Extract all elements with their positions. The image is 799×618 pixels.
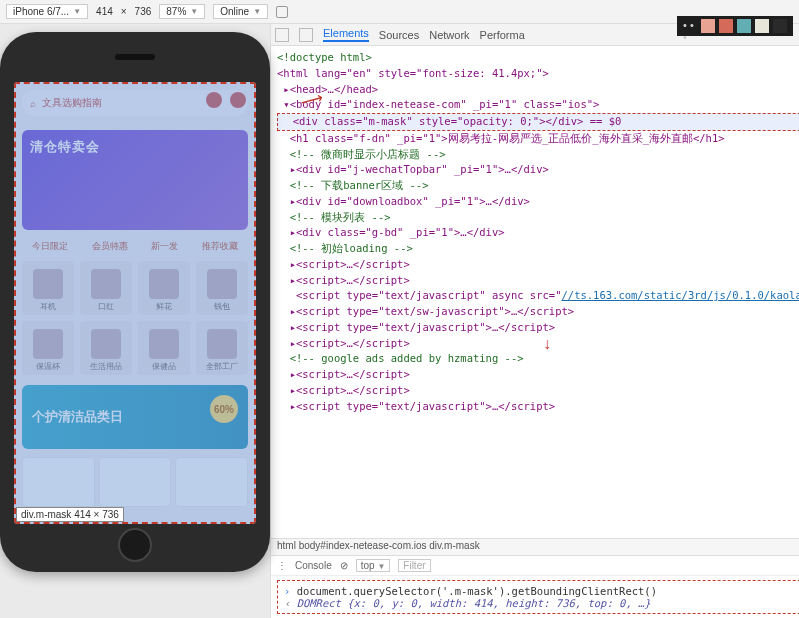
dom-line[interactable]: <!doctype html>	[277, 50, 799, 66]
category-nav: 今日限定 会员特惠 新一发 推荐收藏	[20, 240, 250, 253]
nav-item[interactable]: 新一发	[151, 240, 178, 253]
dom-line[interactable]: ▸<script>…</script>	[277, 273, 799, 289]
color-swatch-bar: • • •	[677, 16, 793, 36]
chevron-down-icon: ▼	[190, 7, 198, 16]
viewport-width[interactable]: 414	[96, 6, 113, 17]
product-tile[interactable]: 鲜花	[138, 261, 190, 315]
zoom-select[interactable]: 87%▼	[159, 4, 205, 19]
network-state-select[interactable]: Online▼	[213, 4, 268, 19]
promo-banner[interactable]: 个护清洁品类日 60%	[22, 385, 248, 449]
cart-icon[interactable]	[230, 92, 246, 108]
dom-line[interactable]: ▾<body id="index-netease-com" _pi="1" cl…	[277, 97, 799, 113]
user-icon[interactable]	[206, 92, 222, 108]
card-row	[22, 457, 248, 507]
swatch-4[interactable]	[755, 19, 769, 33]
chevron-down-icon: ▼	[253, 7, 261, 16]
console-body[interactable]: › document.querySelector('.m-mask').getB…	[277, 580, 799, 614]
main-banner[interactable]: 清仓特卖会	[22, 130, 248, 230]
dom-line[interactable]: <script type="text/javascript" async src…	[277, 288, 799, 304]
nav-item[interactable]: 会员特惠	[92, 240, 128, 253]
dom-line-selected[interactable]: <div class="m-mask" style="opacity: 0;">…	[277, 113, 799, 131]
phone-frame: ⌕ 文具选购指南 清仓特卖会 今日限定 会员特惠 新一发 推荐收藏 耳机	[0, 32, 270, 572]
rotate-icon[interactable]	[276, 6, 288, 18]
chevron-down-icon: ▼	[73, 7, 81, 16]
viewport-height[interactable]: 736	[135, 6, 152, 17]
search-placeholder: 文具选购指南	[42, 96, 102, 110]
tab-elements[interactable]: Elements	[323, 27, 369, 42]
dom-line[interactable]: ▸<div class="g-bd" _pi="1">…</div>	[277, 225, 799, 241]
tab-sources[interactable]: Sources	[379, 29, 419, 41]
dom-breadcrumb[interactable]: html body#index-netease-com.ios div.m-ma…	[271, 538, 799, 556]
product-grid: 耳机 口红 鲜花 钱包 保温杯 生活用品 保健品 全部工厂	[22, 261, 248, 375]
dom-line[interactable]: ▸<script>…</script>	[277, 257, 799, 273]
home-button[interactable]	[118, 528, 152, 562]
card[interactable]	[22, 457, 95, 507]
dom-line[interactable]: ▸<script>…</script>	[277, 336, 799, 352]
product-tile[interactable]: 耳机	[22, 261, 74, 315]
inspect-icon[interactable]	[275, 28, 289, 42]
console-menu-icon[interactable]: ⋮	[277, 560, 287, 571]
dom-line[interactable]: ▸<script>…</script>	[277, 383, 799, 399]
nav-item[interactable]: 推荐收藏	[202, 240, 238, 253]
product-tile[interactable]: 全部工厂	[196, 321, 248, 375]
banner-title: 清仓特卖会	[30, 139, 100, 154]
inspect-tooltip: div.m-mask 414 × 736	[16, 507, 124, 522]
dom-tree[interactable]: <!doctype html> <html lang="en" style="f…	[271, 46, 799, 538]
device-preview-pane: ⌕ 文具选购指南 清仓特卖会 今日限定 会员特惠 新一发 推荐收藏 耳机	[0, 24, 270, 618]
dom-line[interactable]: <h1 class="f-dn" _pi="1">网易考拉-网易严选_正品低价_…	[277, 131, 799, 147]
promo-badge: 60%	[210, 395, 238, 423]
console-input-line[interactable]: › document.querySelector('.m-mask').getB…	[284, 585, 799, 597]
dom-line[interactable]: ▸<div id="j-wechatTopbar" _pi="1">…</div…	[277, 162, 799, 178]
annotation-arrow: ↓	[543, 335, 551, 353]
dom-comment[interactable]: <!-- 微商时显示小店标题 -->	[277, 147, 799, 163]
phone-screen[interactable]: ⌕ 文具选购指南 清仓特卖会 今日限定 会员特惠 新一发 推荐收藏 耳机	[14, 82, 256, 524]
console-tab[interactable]: Console	[295, 560, 332, 571]
swatch-2[interactable]	[719, 19, 733, 33]
dom-line[interactable]: ▸<script type="text/javascript">…</scrip…	[277, 320, 799, 336]
dom-line[interactable]: ▸<script type="text/javascript">…</scrip…	[277, 399, 799, 415]
product-tile[interactable]: 保温杯	[22, 321, 74, 375]
dom-comment[interactable]: <!-- google ads added by hzmating -->	[277, 351, 799, 367]
swatch-dots: • • •	[683, 19, 697, 33]
dom-comment[interactable]: <!-- 模块列表 -->	[277, 210, 799, 226]
search-icon: ⌕	[30, 98, 36, 109]
dom-line[interactable]: ▸<script>…</script>	[277, 367, 799, 383]
tab-performance[interactable]: Performa	[480, 29, 525, 41]
dom-line[interactable]: ▸<script type="text/sw-javascript">…</sc…	[277, 304, 799, 320]
console-toolbar: ⋮ Console ⊘ top ▼ Filter Default levels …	[271, 556, 799, 576]
dom-line[interactable]: <html lang="en" style="font-size: 41.4px…	[277, 66, 799, 82]
dom-comment[interactable]: <!-- 初始loading -->	[277, 241, 799, 257]
swatch-5[interactable]	[773, 19, 787, 33]
swatch-1[interactable]	[701, 19, 715, 33]
console-output-line: ‹ DOMRect {x: 0, y: 0, width: 414, heigh…	[284, 597, 799, 609]
device-select[interactable]: iPhone 6/7...▼	[6, 4, 88, 19]
context-select[interactable]: top ▼	[356, 559, 391, 572]
card[interactable]	[99, 457, 172, 507]
product-tile[interactable]: 生活用品	[80, 321, 132, 375]
tab-network[interactable]: Network	[429, 29, 469, 41]
clear-console-icon[interactable]: ⊘	[340, 560, 348, 571]
dimension-separator: ×	[121, 6, 127, 17]
promo-text: 个护清洁品类日	[32, 408, 123, 426]
dom-line[interactable]: ▸<div id="downloadbox" _pi="1">…</div>	[277, 194, 799, 210]
card[interactable]	[175, 457, 248, 507]
swatch-3[interactable]	[737, 19, 751, 33]
device-toggle-icon[interactable]	[299, 28, 313, 42]
dom-comment[interactable]: <!-- 下载banner区域 -->	[277, 178, 799, 194]
product-tile[interactable]: 口红	[80, 261, 132, 315]
product-tile[interactable]: 钱包	[196, 261, 248, 315]
filter-input[interactable]: Filter	[398, 559, 430, 572]
devtools-panel: Elements Sources Network Performa <!doct…	[270, 24, 799, 618]
nav-item[interactable]: 今日限定	[32, 240, 68, 253]
product-tile[interactable]: 保健品	[138, 321, 190, 375]
dom-line[interactable]: ▸<head>…</head>	[277, 82, 799, 98]
